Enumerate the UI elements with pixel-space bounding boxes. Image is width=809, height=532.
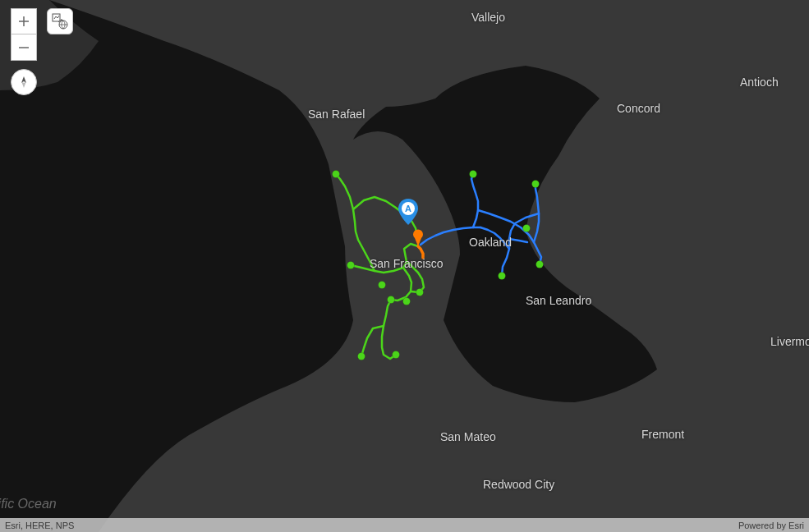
svg-rect-16 [53, 14, 60, 21]
zoom-out-button[interactable] [11, 34, 37, 61]
basemap-icon [52, 13, 68, 30]
plus-icon [18, 16, 30, 27]
map-controls [11, 8, 73, 95]
water-shapes [0, 0, 809, 532]
attribution-powered: Powered by Esri [738, 521, 804, 530]
basemap-layer [0, 0, 809, 532]
zoom-in-button[interactable] [11, 8, 37, 34]
compass-icon [17, 76, 30, 89]
map-view[interactable]: VallejoSan RafaelConcordAntiochOaklandSa… [0, 0, 809, 532]
zoom-control [11, 8, 37, 61]
attribution-sources: Esri, HERE, NPS [5, 521, 74, 530]
basemap-toggle-button[interactable] [47, 8, 73, 34]
svg-text:A: A [405, 204, 411, 213]
minus-icon [18, 42, 30, 53]
origin-marker[interactable]: A [398, 199, 418, 228]
attribution-bar: Esri, HERE, NPS Powered by Esri [0, 518, 809, 532]
compass-button[interactable] [11, 69, 37, 95]
